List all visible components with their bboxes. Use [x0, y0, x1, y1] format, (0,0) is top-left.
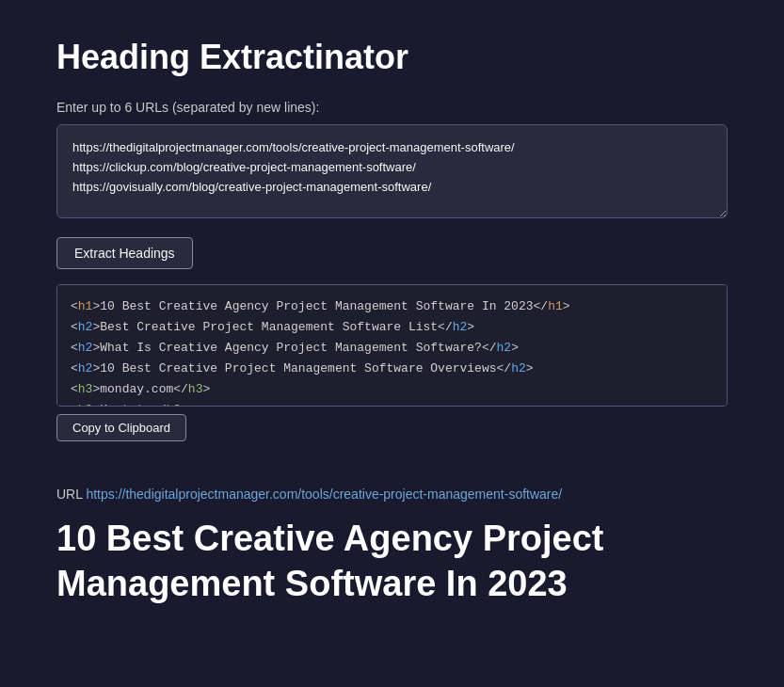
result-page-title: 10 Best Creative Agency Project Manageme…	[56, 517, 728, 606]
url-input-label: Enter up to 6 URLs (separated by new lin…	[56, 100, 728, 115]
url-textarea[interactable]	[56, 124, 728, 218]
extract-headings-button[interactable]: Extract Headings	[56, 237, 193, 269]
app-title: Heading Extractinator	[56, 38, 728, 77]
url-result-label: URL https://thedigitalprojectmanager.com…	[56, 487, 728, 502]
result-url-link[interactable]: https://thedigitalprojectmanager.com/too…	[86, 487, 562, 502]
result-section: URL https://thedigitalprojectmanager.com…	[56, 487, 728, 606]
copy-clipboard-button[interactable]: Copy to Clipboard	[56, 414, 186, 441]
output-area: <h1>10 Best Creative Agency Project Mana…	[56, 284, 728, 407]
